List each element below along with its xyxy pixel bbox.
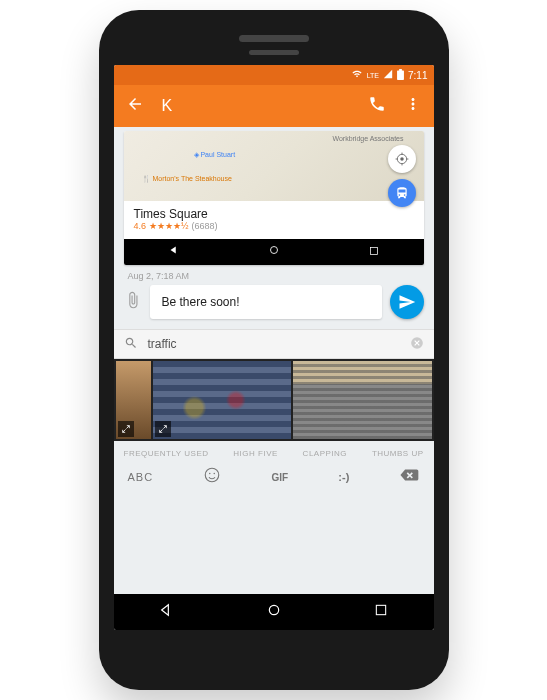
svg-point-5 bbox=[206, 468, 220, 482]
transit-button[interactable] bbox=[388, 179, 416, 207]
search-icon bbox=[124, 336, 138, 353]
svg-rect-9 bbox=[376, 605, 385, 614]
earpiece bbox=[249, 50, 299, 55]
locate-me-button[interactable] bbox=[388, 145, 416, 173]
category-tab[interactable]: THUMBS UP bbox=[372, 449, 424, 458]
signal-icon bbox=[383, 69, 393, 81]
compose-row: Be there soon! bbox=[114, 283, 434, 329]
nav-back-icon[interactable] bbox=[167, 243, 181, 261]
network-label: LTE bbox=[367, 72, 379, 79]
gif-result[interactable] bbox=[116, 361, 151, 439]
map-preview[interactable]: Workbridge Associates ◈ Paul Stuart 🍴 Mo… bbox=[124, 131, 424, 201]
card-navbar bbox=[124, 239, 424, 265]
nav-home-icon[interactable] bbox=[267, 243, 281, 261]
status-bar: LTE 7:11 bbox=[114, 65, 434, 85]
svg-point-0 bbox=[400, 157, 404, 161]
rating-stars: ★★★★½ bbox=[149, 221, 189, 231]
message-input[interactable]: Be there soon! bbox=[150, 285, 382, 319]
svg-point-8 bbox=[270, 605, 279, 614]
gif-categories: FREQUENTLY USED HIGH FIVE CLAPPING THUMB… bbox=[114, 441, 434, 462]
wifi-icon bbox=[351, 69, 363, 81]
battery-icon bbox=[397, 69, 404, 82]
expand-icon[interactable] bbox=[118, 421, 134, 437]
rating-value: 4.6 bbox=[134, 221, 147, 231]
overflow-menu-button[interactable] bbox=[404, 95, 422, 117]
speaker-grille bbox=[239, 35, 309, 42]
place-name: Times Square bbox=[134, 207, 414, 221]
location-card[interactable]: Workbridge Associates ◈ Paul Stuart 🍴 Mo… bbox=[124, 131, 424, 265]
place-info: Times Square 4.6 ★★★★½ (6688) bbox=[124, 201, 424, 239]
clear-search-button[interactable] bbox=[410, 336, 424, 353]
svg-rect-3 bbox=[371, 248, 378, 255]
system-navigation-bar bbox=[114, 594, 434, 630]
system-back-button[interactable] bbox=[159, 602, 175, 622]
gif-search-row: traffic bbox=[114, 329, 434, 359]
conversation-content: Workbridge Associates ◈ Paul Stuart 🍴 Mo… bbox=[114, 127, 434, 594]
send-button[interactable] bbox=[390, 285, 424, 319]
keyboard-mode-row: ABC GIF :-) bbox=[114, 462, 434, 496]
review-count: (6688) bbox=[192, 221, 218, 231]
search-query[interactable]: traffic bbox=[148, 337, 400, 351]
phone-frame: LTE 7:11 K Workbr bbox=[99, 10, 449, 690]
attach-button[interactable] bbox=[124, 291, 142, 313]
svg-point-6 bbox=[209, 473, 211, 475]
conversation-title: K bbox=[162, 97, 173, 115]
nav-recents-icon[interactable] bbox=[368, 243, 380, 261]
system-home-button[interactable] bbox=[266, 602, 282, 622]
emoticon-button[interactable]: :-) bbox=[338, 471, 349, 483]
category-tab[interactable]: HIGH FIVE bbox=[233, 449, 278, 458]
screen: LTE 7:11 K Workbr bbox=[114, 65, 434, 630]
emoji-button[interactable] bbox=[203, 466, 221, 488]
gif-results-strip[interactable] bbox=[114, 359, 434, 441]
gif-mode-button[interactable]: GIF bbox=[271, 472, 288, 483]
map-poi: ◈ Paul Stuart bbox=[194, 151, 236, 159]
clock: 7:11 bbox=[408, 70, 427, 81]
map-poi: Workbridge Associates bbox=[332, 135, 403, 142]
gif-result[interactable] bbox=[153, 361, 292, 439]
map-poi: 🍴 Morton's The Steakhouse bbox=[142, 175, 232, 183]
svg-point-7 bbox=[214, 473, 216, 475]
call-button[interactable] bbox=[368, 95, 386, 117]
system-recents-button[interactable] bbox=[374, 603, 388, 621]
svg-point-2 bbox=[271, 247, 278, 254]
expand-icon[interactable] bbox=[155, 421, 171, 437]
abc-keyboard-button[interactable]: ABC bbox=[128, 471, 154, 483]
category-tab[interactable]: CLAPPING bbox=[303, 449, 347, 458]
category-tab[interactable]: FREQUENTLY USED bbox=[124, 449, 209, 458]
app-bar: K bbox=[114, 85, 434, 127]
message-timestamp: Aug 2, 7:18 AM bbox=[114, 265, 434, 283]
gif-result[interactable] bbox=[293, 361, 432, 439]
backspace-button[interactable] bbox=[399, 468, 419, 486]
back-button[interactable] bbox=[126, 95, 144, 117]
